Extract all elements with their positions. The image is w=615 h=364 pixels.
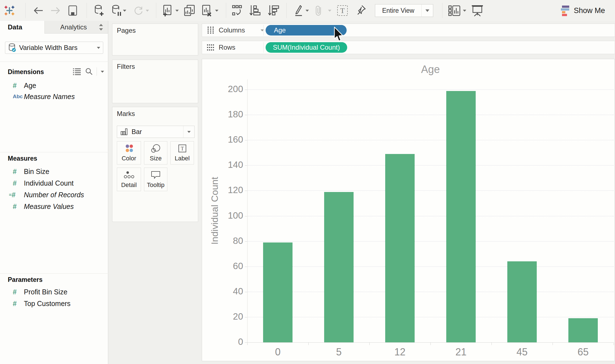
x-tick-label[interactable]: 5 xyxy=(317,346,361,358)
new-worksheet-button[interactable] xyxy=(162,5,174,16)
field-number-of-records[interactable]: =# Number of Records xyxy=(0,189,108,200)
data-pane: Data Analytics Variable Width Bars xyxy=(0,21,108,364)
y-tick-label[interactable]: 0 xyxy=(202,337,243,347)
run-update-button[interactable] xyxy=(133,5,144,16)
x-tick-label[interactable]: 65 xyxy=(561,346,605,358)
highlight-dropdown[interactable] xyxy=(306,5,309,16)
x-tick-label[interactable]: 45 xyxy=(500,346,544,358)
swap-rows-columns-button[interactable] xyxy=(231,5,244,16)
y-tick-label[interactable]: 100 xyxy=(202,210,243,221)
gridline xyxy=(247,140,614,140)
pages-shelf-title: Pages xyxy=(117,27,136,34)
filters-shelf[interactable]: Filters xyxy=(112,60,198,103)
field-measure-names[interactable]: Abc Measure Names xyxy=(0,91,108,102)
toolbar: T Entire View xyxy=(0,0,615,21)
y-tick-label[interactable]: 40 xyxy=(202,286,243,297)
fix-axes-pin-button[interactable] xyxy=(356,5,367,16)
view-data-as-table-icon[interactable] xyxy=(73,68,81,75)
field-measure-values[interactable]: # Measure Values xyxy=(0,201,108,212)
redo-button[interactable] xyxy=(50,5,61,16)
field-label: Measure Values xyxy=(24,203,74,211)
bar-mark[interactable] xyxy=(568,318,598,342)
group-members-dropdown[interactable] xyxy=(328,5,331,16)
bar-mark[interactable] xyxy=(507,261,537,342)
show-me-icon xyxy=(559,5,570,16)
y-tick xyxy=(245,317,247,317)
y-tick-label[interactable]: 120 xyxy=(202,185,243,195)
tableau-logo-icon[interactable] xyxy=(4,5,15,16)
show-mark-labels-button[interactable]: T xyxy=(336,5,349,16)
dimensions-title: Dimensions xyxy=(8,68,44,76)
pause-auto-updates-button[interactable] xyxy=(111,5,122,16)
size-icon xyxy=(151,144,161,153)
size-button-label: Size xyxy=(150,155,162,162)
bar-mark[interactable] xyxy=(385,154,415,342)
field-age[interactable]: # Age xyxy=(0,80,108,91)
mark-type-value: Bar xyxy=(132,128,183,136)
mark-type-dropdown[interactable] xyxy=(183,126,194,138)
y-tick-label[interactable]: 80 xyxy=(202,236,243,246)
pause-auto-updates-dropdown[interactable] xyxy=(123,5,126,16)
rows-shelf-icon xyxy=(206,43,215,52)
mark-type-selector[interactable]: Bar xyxy=(117,126,195,138)
save-button[interactable] xyxy=(68,5,77,16)
fit-selector[interactable]: Entire View xyxy=(375,4,433,17)
field-top-customers[interactable]: # Top Customers xyxy=(0,298,108,309)
y-tick xyxy=(245,342,247,343)
run-update-dropdown[interactable] xyxy=(146,5,149,16)
field-label: Bin Size xyxy=(24,168,49,176)
data-source-dropdown[interactable] xyxy=(97,47,100,49)
rows-pill[interactable]: SUM(Individual Count) xyxy=(266,42,347,53)
sort-ascending-button[interactable] xyxy=(249,5,261,16)
duplicate-sheet-button[interactable] xyxy=(183,5,196,16)
y-tick-label[interactable]: 140 xyxy=(202,160,243,170)
tooltip-button[interactable]: Tooltip xyxy=(144,168,167,191)
find-field-icon[interactable] xyxy=(85,68,93,75)
pages-shelf[interactable]: Pages xyxy=(112,24,198,55)
field-profit-bin-size[interactable]: # Profit Bin Size xyxy=(0,286,108,297)
bar-mark[interactable] xyxy=(446,91,476,342)
group-members-button[interactable] xyxy=(314,5,324,16)
show-hide-cards-dropdown[interactable] xyxy=(463,5,466,16)
x-tick-label[interactable]: 12 xyxy=(378,346,422,358)
dimensions-menu-dropdown[interactable] xyxy=(101,71,104,73)
marks-card: Marks Bar Color xyxy=(112,107,198,222)
rows-shelf[interactable]: Rows SUM(Individual Count) xyxy=(202,41,615,54)
sort-descending-button[interactable] xyxy=(268,5,280,16)
y-tick-label[interactable]: 180 xyxy=(202,109,243,120)
tab-analytics[interactable]: Analytics xyxy=(44,21,108,33)
bar-mark[interactable] xyxy=(263,242,293,342)
undo-button[interactable] xyxy=(32,5,44,16)
tab-data[interactable]: Data xyxy=(0,21,44,34)
detail-button[interactable]: Detail xyxy=(117,168,141,191)
field-label: Measure Names xyxy=(24,93,75,101)
color-button[interactable]: Color xyxy=(117,141,141,165)
field-bin-size[interactable]: # Bin Size xyxy=(0,166,108,177)
columns-pill-label: Age xyxy=(274,26,286,34)
color-button-label: Color xyxy=(122,155,136,162)
bar-mark[interactable] xyxy=(324,192,354,342)
clear-sheet-dropdown[interactable] xyxy=(215,5,218,16)
new-worksheet-dropdown[interactable] xyxy=(175,5,179,16)
size-button[interactable]: Size xyxy=(144,141,167,165)
show-hide-cards-button[interactable] xyxy=(448,5,461,16)
new-data-source-button[interactable] xyxy=(93,5,105,16)
columns-shelf[interactable]: Columns Age xyxy=(202,24,615,37)
y-tick-label[interactable]: 20 xyxy=(202,311,243,322)
y-tick-label[interactable]: 160 xyxy=(202,134,243,145)
presentation-mode-button[interactable] xyxy=(471,5,484,16)
field-individual-count[interactable]: # Individual Count xyxy=(0,178,108,189)
highlight-button[interactable] xyxy=(293,5,304,16)
y-axis-line xyxy=(247,79,248,343)
show-me-button[interactable]: Show Me xyxy=(559,5,605,16)
detail-button-label: Detail xyxy=(121,181,137,189)
y-tick-label[interactable]: 60 xyxy=(202,261,243,271)
label-button[interactable]: T Label xyxy=(170,141,194,165)
fit-selector-dropdown[interactable] xyxy=(421,4,433,17)
pane-swap-icon[interactable] xyxy=(98,23,104,31)
y-tick-label[interactable]: 200 xyxy=(202,84,243,94)
x-tick-label[interactable]: 0 xyxy=(256,346,300,358)
data-source-selector[interactable]: Variable Width Bars xyxy=(5,42,103,54)
clear-sheet-button[interactable] xyxy=(200,5,213,16)
x-tick-label[interactable]: 21 xyxy=(439,346,483,358)
